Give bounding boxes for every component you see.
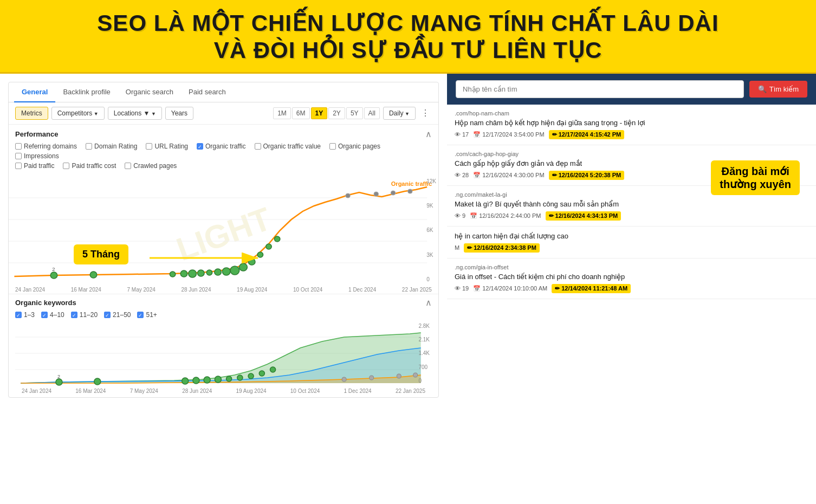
article-title: Maket là gì? Bí quyết thành công sau mỗi… bbox=[455, 200, 808, 208]
article-views: 👁 19 bbox=[455, 285, 469, 292]
svg-point-36 bbox=[204, 377, 210, 383]
kw-11-20[interactable]: 11–20 bbox=[71, 311, 98, 319]
annotation-5months-box: 5 Tháng bbox=[74, 244, 128, 264]
article-views: 👁 28 bbox=[455, 172, 469, 178]
svg-point-21 bbox=[391, 191, 395, 195]
locations-button[interactable]: Locations ▼ bbox=[108, 107, 162, 120]
cb-kw-4-10 bbox=[41, 312, 48, 318]
time-1m[interactable]: 1M bbox=[273, 107, 291, 119]
article-meta: M ✏ 12/16/2024 2:34:38 PM bbox=[455, 243, 808, 253]
metrics-button[interactable]: Metrics bbox=[15, 107, 48, 120]
svg-point-9 bbox=[198, 270, 205, 276]
cb-paid-cost[interactable]: Paid traffic cost bbox=[63, 162, 116, 170]
article-url: .com/hop-nam-cham bbox=[455, 110, 808, 117]
article-meta: 👁 19 📅 12/14/2024 10:10:00 AM ✏ 12/14/20… bbox=[455, 284, 808, 293]
time-5y[interactable]: 5Y bbox=[346, 107, 363, 119]
edit-icon: ✏ bbox=[467, 244, 472, 251]
eye-icon: 👁 bbox=[455, 285, 461, 292]
kw-21-50[interactable]: 21–50 bbox=[104, 311, 131, 319]
cb-referring-domains[interactable]: Referring domains bbox=[15, 143, 77, 150]
chart-y-labels: 12K 9K 6K 3K 0 bbox=[426, 176, 436, 285]
svg-point-11 bbox=[215, 269, 222, 275]
kw-chart-y-labels: 2.8K 2.1K 1.4K 700 0 bbox=[418, 321, 430, 386]
cb-url-rating[interactable]: URL Rating bbox=[146, 143, 188, 150]
annotation-dangbai: Đăng bài mới thường xuyên bbox=[711, 160, 800, 195]
cb-organic-value[interactable]: Organic traffic value bbox=[255, 143, 321, 150]
cb-organic-traffic[interactable]: Organic traffic bbox=[197, 143, 245, 150]
svg-point-46 bbox=[397, 374, 401, 378]
chart-x-labels: 24 Jan 2024 16 Mar 2024 7 May 2024 28 Ju… bbox=[9, 287, 438, 293]
cb-icon-crawled bbox=[125, 163, 131, 169]
cb-paid-traffic[interactable]: Paid traffic bbox=[15, 162, 54, 170]
tab-paid[interactable]: Paid search bbox=[181, 82, 234, 102]
svg-point-12 bbox=[222, 268, 230, 275]
main-content: General Backlink profile Organic search … bbox=[0, 74, 816, 406]
svg-point-39 bbox=[237, 375, 243, 380]
years-button[interactable]: Years bbox=[165, 107, 193, 120]
kw-4-10[interactable]: 4–10 bbox=[41, 311, 64, 319]
perf-title: Performance bbox=[15, 130, 58, 138]
article-date1: 📅 12/17/2024 3:54:00 PM bbox=[473, 131, 544, 138]
time-buttons: 1M 6M 1Y 2Y 5Y All bbox=[273, 107, 380, 119]
cb-domain-rating[interactable]: Domain Rating bbox=[86, 143, 137, 150]
time-all[interactable]: All bbox=[364, 107, 380, 119]
cb-kw-21-50 bbox=[104, 312, 111, 318]
edit-icon: ✏ bbox=[555, 285, 560, 292]
search-icon: 🔍 bbox=[758, 85, 767, 93]
toolbar: Metrics Competitors Locations ▼ Years 1M… bbox=[9, 102, 438, 125]
organic-keywords-section: Organic keywords ∧ 1–3 4–10 11–20 bbox=[9, 294, 438, 397]
edit-icon: ✏ bbox=[552, 131, 557, 138]
edit-icon: ✏ bbox=[549, 212, 554, 219]
article-title: Hộp nam châm bộ kết hợp hiện đại giữa sa… bbox=[455, 119, 808, 127]
time-2y[interactable]: 2Y bbox=[328, 107, 345, 119]
search-button[interactable]: 🔍 Tìm kiếm bbox=[749, 81, 807, 98]
time-6m[interactable]: 6M bbox=[292, 107, 310, 119]
svg-text:2: 2 bbox=[52, 267, 55, 272]
calendar-icon: 📅 bbox=[473, 172, 481, 179]
article-views: 👁 9 bbox=[455, 212, 465, 219]
cb-organic-pages[interactable]: Organic pages bbox=[329, 143, 380, 150]
tab-backlink[interactable]: Backlink profile bbox=[55, 82, 118, 102]
tabs-row: General Backlink profile Organic search … bbox=[9, 82, 438, 102]
svg-point-35 bbox=[193, 377, 199, 384]
svg-point-40 bbox=[248, 373, 254, 379]
edit-icon: ✏ bbox=[552, 172, 557, 178]
svg-point-45 bbox=[370, 376, 374, 380]
tab-organic[interactable]: Organic search bbox=[118, 82, 181, 102]
article-list: .com/hop-nam-cham Hộp nam châm bộ kết hợ… bbox=[447, 105, 816, 406]
collapse-icon[interactable]: ∧ bbox=[425, 129, 432, 139]
cb-icon-paid bbox=[15, 163, 22, 169]
competitors-button[interactable]: Competitors bbox=[51, 107, 105, 120]
kw-51plus[interactable]: 51+ bbox=[137, 311, 157, 319]
svg-point-20 bbox=[374, 192, 378, 196]
checkboxes-row1: Referring domains Domain Rating URL Rati… bbox=[15, 143, 432, 160]
svg-point-8 bbox=[189, 270, 197, 277]
article-url: .ng.com/gia-in-offset bbox=[455, 264, 808, 270]
daily-button[interactable]: Daily bbox=[383, 107, 416, 120]
ok-title-row: Organic keywords ∧ bbox=[15, 298, 432, 308]
ok-collapse-icon[interactable]: ∧ bbox=[425, 298, 432, 308]
kw-checkboxes: 1–3 4–10 11–20 21–50 51+ bbox=[15, 311, 432, 319]
svg-point-19 bbox=[346, 193, 350, 198]
svg-point-32 bbox=[56, 379, 62, 385]
more-options-icon[interactable]: ⋮ bbox=[419, 108, 432, 118]
svg-point-44 bbox=[342, 377, 346, 382]
chart-organic-label: Organic traffic bbox=[391, 180, 432, 187]
performance-chart: Organic traffic bbox=[9, 176, 438, 285]
cb-icon-paidcost bbox=[63, 163, 69, 169]
article-title: hệ in carton hiện đại chất lượng cao bbox=[455, 232, 808, 240]
article-meta: 👁 9 📅 12/16/2024 2:44:00 PM ✏ 12/16/2024… bbox=[455, 211, 808, 221]
article-date-badge: ✏ 12/16/2024 5:20:38 PM bbox=[549, 171, 625, 180]
cb-impressions[interactable]: Impressions bbox=[15, 152, 59, 160]
kw-1-3[interactable]: 1–3 bbox=[15, 311, 35, 319]
article-url: .com/cach-gap-hop-giay bbox=[455, 151, 808, 157]
cb-crawled[interactable]: Crawled pages bbox=[125, 162, 177, 170]
analytics-panel: General Backlink profile Organic search … bbox=[8, 82, 439, 398]
annotation-dangbai-box: Đăng bài mới thường xuyên bbox=[711, 160, 800, 195]
article-date1: M bbox=[455, 244, 459, 251]
tab-general[interactable]: General bbox=[14, 82, 55, 102]
eye-icon: 👁 bbox=[455, 172, 461, 178]
search-input[interactable] bbox=[456, 80, 744, 98]
time-1y[interactable]: 1Y bbox=[311, 107, 328, 119]
calendar-icon: 📅 bbox=[470, 212, 477, 219]
